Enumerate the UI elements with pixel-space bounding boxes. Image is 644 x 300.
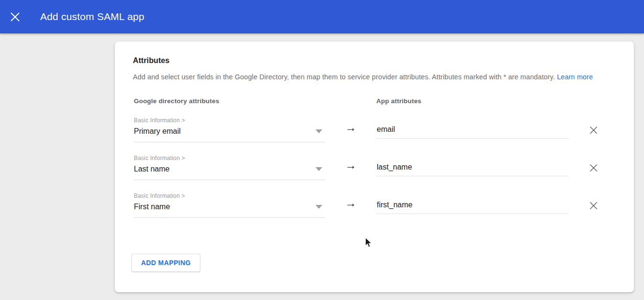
directory-attribute-select-2[interactable]: Basic Information > Last name (134, 155, 325, 180)
remove-mapping-icon[interactable] (569, 202, 598, 210)
add-custom-saml-app-dialog: Add custom SAML app Attributes Add and s… (0, 0, 644, 300)
directory-value: First name (134, 203, 170, 211)
directory-value-line: First name (134, 203, 325, 211)
column-header-google-directory: Google directory attributes (134, 97, 325, 105)
directory-category-label: Basic Information > (134, 193, 325, 199)
directory-attribute-select-3[interactable]: Basic Information > First name (134, 193, 325, 218)
directory-value-line: Primary email (134, 127, 325, 136)
close-icon[interactable] (5, 7, 24, 26)
attributes-card: Attributes Add and select user fields in… (115, 42, 634, 292)
directory-value: Primary email (134, 127, 181, 136)
directory-category-label: Basic Information > (134, 117, 325, 124)
directory-value-line: Last name (134, 165, 325, 173)
section-title: Attributes (133, 56, 616, 65)
app-attribute-input-1[interactable] (376, 125, 569, 139)
column-header-app-attributes: App attributes (376, 97, 569, 105)
directory-category-label: Basic Information > (134, 155, 325, 161)
dropdown-arrow-icon (316, 167, 322, 171)
column-headers: Google directory attributes App attribut… (134, 97, 616, 105)
mapping-row: Basic Information > First name → (134, 193, 616, 218)
dialog-title: Add custom SAML app (40, 11, 144, 22)
remove-icon-glyph (589, 164, 598, 172)
app-attribute-input-2[interactable] (376, 163, 569, 176)
arrow-right-icon: → (325, 160, 376, 171)
remove-icon-glyph (589, 126, 598, 134)
section-description-text: Add and select user fields in the Google… (133, 73, 555, 81)
close-icon-glyph (11, 12, 20, 21)
learn-more-link[interactable]: Learn more (557, 73, 593, 81)
mapping-row: Basic Information > Last name → (134, 155, 616, 180)
remove-mapping-icon[interactable] (569, 126, 598, 134)
dropdown-arrow-icon (316, 205, 322, 209)
arrow-right-icon: → (325, 197, 376, 209)
add-mapping-button[interactable]: ADD MAPPING (131, 254, 200, 272)
dialog-header: Add custom SAML app (0, 0, 644, 33)
directory-value: Last name (134, 165, 170, 173)
section-description: Add and select user fields in the Google… (133, 73, 616, 81)
mapping-row: Basic Information > Primary email → (134, 117, 616, 142)
remove-mapping-icon[interactable] (569, 164, 598, 172)
app-attribute-input-3[interactable] (376, 201, 569, 214)
remove-icon-glyph (589, 202, 598, 210)
directory-attribute-select-1[interactable]: Basic Information > Primary email (134, 117, 325, 142)
arrow-right-icon: → (325, 122, 376, 133)
dropdown-arrow-icon (316, 129, 322, 133)
